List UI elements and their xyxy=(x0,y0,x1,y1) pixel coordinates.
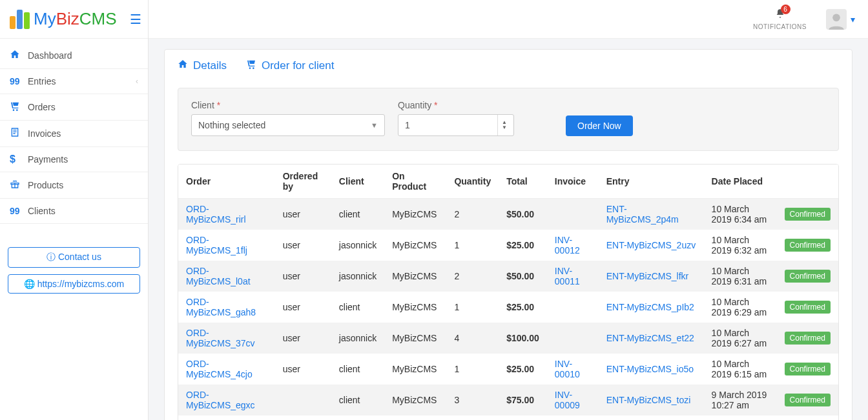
sidebar-item-orders[interactable]: Orders xyxy=(0,94,148,121)
table-row: ORD-MyBizCMS_37cvuserjasonnickMyBizCMS4$… xyxy=(178,323,838,354)
column-header[interactable] xyxy=(777,165,838,199)
cell-date: 10 March 2019 6:32 am xyxy=(704,230,777,261)
sidebar-nav: Dashboard99Entries‹OrdersInvoices$Paymen… xyxy=(0,39,148,224)
cell-total: $75.00 xyxy=(499,385,547,415)
sidebar-item-payments[interactable]: $Payments xyxy=(0,147,148,172)
order-link[interactable]: ORD-MyBizCMS_37cv xyxy=(186,328,255,348)
sidebar-item-label: Orders xyxy=(28,102,138,112)
entry-link[interactable]: ENT-MyBizCMS_pIb2 xyxy=(606,302,694,312)
menu-toggle-icon[interactable]: ☰ xyxy=(130,12,141,27)
sidebar-item-label: Products xyxy=(28,180,138,190)
cell-product: MyBizCMS xyxy=(384,385,446,415)
sidebar-item-invoices[interactable]: Invoices xyxy=(0,121,148,147)
cell-qty: 1 xyxy=(446,415,499,420)
sidebar-item-label: Invoices xyxy=(28,128,138,139)
contact-us-label: Contact us xyxy=(58,252,101,262)
sidebar-item-label: Entries xyxy=(28,76,136,86)
invoice-link[interactable]: INV-00010 xyxy=(555,359,580,379)
column-header[interactable]: Entry xyxy=(599,165,704,199)
table-row: ORD-MyBizCMS_rirluserclientMyBizCMS2$50.… xyxy=(178,199,838,230)
cell-client: jasonnick xyxy=(331,261,384,292)
entry-link[interactable]: ENT-MyBizCMS_tozi xyxy=(606,395,691,405)
cell-total: $25.00 xyxy=(499,230,547,261)
order-link[interactable]: ORD-MyBizCMS_egxc xyxy=(186,390,255,410)
cell-product: MyBizCMS xyxy=(384,261,446,292)
chevron-right-icon: ‹ xyxy=(136,77,138,86)
order-link[interactable]: ORD-MyBizCMS_rirl xyxy=(186,204,246,225)
order-link[interactable]: ORD-MyBizCMS_gah8 xyxy=(186,297,256,317)
status-badge: Confirmed xyxy=(785,270,831,283)
order-link[interactable]: ORD-MyBizCMS_l0at xyxy=(186,266,251,286)
sidebar: MyBizCMS ☰ Dashboard99Entries‹OrdersInvo… xyxy=(0,0,149,420)
cell-qty: 1 xyxy=(446,354,499,385)
sidebar-item-products[interactable]: Products xyxy=(0,172,148,199)
status-badge: Confirmed xyxy=(785,394,831,406)
column-header[interactable]: Total xyxy=(499,165,547,199)
cell-total: $50.00 xyxy=(499,199,547,230)
entry-link[interactable]: ENT-MyBizCMS_lfkr xyxy=(606,271,689,281)
avatar xyxy=(826,9,847,30)
column-header[interactable]: Invoice xyxy=(547,165,599,199)
notifications-button[interactable]: 6 NOTIFICATIONS xyxy=(753,8,807,30)
cell-client: client xyxy=(331,385,384,415)
cell-qty: 2 xyxy=(446,261,499,292)
entry-link[interactable]: ENT-MyBizCMS_et22 xyxy=(606,333,694,343)
quantity-label: Quantity * xyxy=(398,100,514,110)
globe-icon: 🌐 xyxy=(24,279,35,289)
cell-total: $50.00 xyxy=(499,261,547,292)
sidebar-item-clients[interactable]: 99Clients xyxy=(0,199,148,224)
invoice-link[interactable]: INV-00009 xyxy=(555,390,580,410)
quantity-stepper[interactable]: 1 ▲▼ xyxy=(398,114,514,136)
column-header[interactable]: Ordered by xyxy=(275,165,331,199)
column-header[interactable]: Quantity xyxy=(446,165,499,199)
status-badge: Confirmed xyxy=(785,363,831,375)
sidebar-item-entries[interactable]: 99Entries‹ xyxy=(0,69,148,94)
gift-icon xyxy=(10,179,28,192)
table-row: ORD-MyBizCMS_gah8userclientMyBizCMS1$25.… xyxy=(178,292,838,323)
order-link[interactable]: ORD-MyBizCMS_1flj xyxy=(186,235,247,255)
cell-by: user xyxy=(275,261,331,292)
cell-total: $100.00 xyxy=(499,323,547,354)
client-select-value: Nothing selected xyxy=(198,120,265,130)
caret-down-icon: ▼ xyxy=(371,121,378,129)
spinner-icon[interactable]: ▲▼ xyxy=(497,115,507,135)
contact-us-link[interactable]: ⓘ Contact us xyxy=(8,247,140,268)
column-header[interactable]: Order xyxy=(178,165,275,199)
column-header[interactable]: Date Placed xyxy=(704,165,777,199)
cell-by: user xyxy=(275,354,331,385)
order-now-button[interactable]: Order Now xyxy=(566,115,633,136)
site-url-label: https://mybizcms.com xyxy=(37,279,125,289)
column-header[interactable]: On Product xyxy=(384,165,446,199)
cell-total: $25.00 xyxy=(499,354,547,385)
client-select[interactable]: Nothing selected ▼ xyxy=(191,114,385,136)
bell-icon: 6 xyxy=(775,8,785,22)
cell-client: client xyxy=(331,199,384,230)
cell-product: MyBizCMS xyxy=(384,354,446,385)
cell-client: client xyxy=(331,292,384,323)
logo-my: My xyxy=(34,9,56,29)
tab-order-for-client[interactable]: Order for client xyxy=(246,59,334,72)
question-circle-icon: ⓘ xyxy=(46,252,56,262)
sidebar-item-dashboard[interactable]: Dashboard xyxy=(0,43,148,69)
entry-link[interactable]: ENT-MyBizCMS_2p4m xyxy=(606,204,679,225)
home-icon xyxy=(10,49,28,62)
cell-client: client xyxy=(331,354,384,385)
topbar: 6 NOTIFICATIONS ▾ xyxy=(149,0,868,39)
logo-bars-icon xyxy=(10,10,30,29)
cell-by: user xyxy=(275,199,331,230)
invoice-link[interactable]: INV-00011 xyxy=(555,266,580,286)
user-menu[interactable]: ▾ xyxy=(826,9,855,30)
order-link[interactable]: ORD-MyBizCMS_4cjo xyxy=(186,359,253,379)
site-url-link[interactable]: 🌐 https://mybizcms.com xyxy=(8,274,140,294)
invoice-link[interactable]: INV-00012 xyxy=(555,235,580,255)
num99-icon: 99 xyxy=(10,205,28,217)
cell-by: user xyxy=(275,323,331,354)
table-row: ORD-MyBizCMS_1fljuserjasonnickMyBizCMS1$… xyxy=(178,230,838,261)
entry-link[interactable]: ENT-MyBizCMS_io5o xyxy=(606,364,694,374)
app-logo[interactable]: MyBizCMS xyxy=(10,9,117,29)
cell-by xyxy=(275,385,331,415)
tab-details[interactable]: Details xyxy=(178,59,227,72)
column-header[interactable]: Client xyxy=(331,165,384,199)
cell-qty: 1 xyxy=(446,292,499,323)
entry-link[interactable]: ENT-MyBizCMS_2uzv xyxy=(606,240,696,250)
